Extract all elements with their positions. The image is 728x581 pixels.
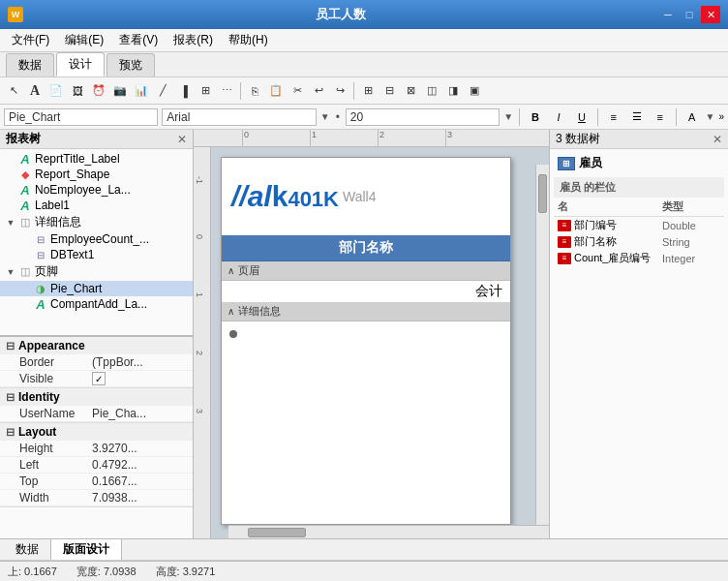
collapse-icon-appearance: ⊟	[6, 340, 15, 352]
props-visible-row: Visible ✓	[0, 371, 193, 387]
props-width-value[interactable]: 7.0938...	[92, 491, 187, 505]
tree-label-3: Label1	[35, 199, 70, 212]
field-icon-0: ≡	[558, 220, 571, 231]
copy-tool[interactable]: ⎘	[245, 81, 264, 101]
bottom-tab-data[interactable]: 数据	[4, 539, 51, 560]
props-border-value[interactable]: (TppBor...	[92, 355, 187, 369]
menu-file[interactable]: 文件(F)	[4, 30, 57, 50]
font-family-field[interactable]: Arial	[162, 108, 316, 126]
canvas-vscrollbar[interactable]	[535, 165, 549, 525]
report-tree-close[interactable]: ✕	[177, 133, 187, 146]
align-center-button[interactable]: ☰	[627, 108, 647, 126]
format-tool6[interactable]: ▣	[465, 81, 484, 101]
props-top-row: Top 0.1667...	[0, 474, 193, 490]
tree-item-3[interactable]: A Label1	[0, 198, 193, 213]
font-color-button[interactable]: A	[682, 108, 702, 126]
line-tool[interactable]: ╱	[153, 81, 172, 101]
underline-button[interactable]: U	[572, 108, 592, 126]
field-row-2[interactable]: ≡ Count_雇员编号 Integer	[554, 250, 724, 266]
props-width-row: Width 7.0938...	[0, 490, 193, 506]
footer-expand-icon[interactable]: ∧	[228, 265, 234, 276]
tab-data[interactable]: 数据	[6, 53, 54, 76]
menu-help[interactable]: 帮助(H)	[221, 30, 276, 50]
redo-tool[interactable]: ↪	[330, 81, 349, 101]
maximize-button[interactable]: □	[680, 6, 699, 23]
tree-item-5[interactable]: ⊟ EmployeeCount_...	[0, 231, 193, 247]
field-row-1[interactable]: ≡ 部门名称 String	[554, 233, 724, 250]
paste-tool[interactable]: 📋	[266, 81, 286, 101]
report-tree: A ReprtTitle_Label ◆ Report_Shape A NoEm…	[0, 149, 193, 335]
bottom-tab-layout[interactable]: 版面设计	[51, 539, 122, 560]
cut-tool[interactable]: ✂	[288, 81, 307, 101]
ruler-v-mark0: 0	[195, 234, 204, 239]
format-bar-extend[interactable]: »	[718, 111, 724, 122]
field-icon-2: ≡	[558, 253, 571, 264]
photo-tool[interactable]: 📷	[110, 81, 130, 101]
props-section-appearance-header[interactable]: ⊟ Appearance	[0, 337, 193, 354]
dept-value-text: 会计	[475, 283, 502, 298]
grid-tool[interactable]: ⊞	[196, 81, 215, 101]
format-tool2[interactable]: ⊟	[379, 81, 399, 101]
tree-item-2[interactable]: A NoEmployee_La...	[0, 182, 193, 198]
props-top-value[interactable]: 0.1667...	[92, 474, 187, 488]
collapse-icon-layout: ⊟	[6, 426, 15, 439]
menu-view[interactable]: 查看(V)	[111, 30, 166, 50]
field-row-0[interactable]: ≡ 部门编号 Double	[554, 217, 724, 233]
canvas-vscroll-thumb[interactable]	[538, 174, 547, 213]
component-name-field[interactable]: Pie_Chart	[4, 108, 158, 126]
tree-item-9[interactable]: A CompantAdd_La...	[0, 296, 193, 312]
tree-item-6[interactable]: ⊟ DBText1	[0, 247, 193, 262]
clock-tool[interactable]: ⏰	[89, 81, 108, 101]
data-tree-title: 3 数据树	[556, 131, 600, 147]
extra-tool[interactable]: ⋯	[217, 81, 236, 101]
table-icon: ⊞	[558, 157, 575, 170]
label-tool[interactable]: 📄	[46, 81, 66, 101]
sep2	[353, 82, 354, 100]
bold-button[interactable]: B	[526, 108, 545, 126]
italic-button[interactable]: I	[549, 108, 568, 126]
canvas-area[interactable]: //alk401K Wall4 部门名称 ∧ 页眉 会计	[211, 147, 549, 538]
tab-design[interactable]: 设计	[56, 52, 105, 76]
format-tool4[interactable]: ◫	[422, 81, 441, 101]
close-button[interactable]: ✕	[701, 6, 720, 23]
props-visible-checkbox[interactable]: ✓	[92, 372, 106, 385]
align-left-button[interactable]: ≡	[604, 108, 623, 126]
props-left-value[interactable]: 0.4792...	[92, 458, 187, 472]
menu-edit[interactable]: 编辑(E)	[57, 30, 111, 50]
props-height-value[interactable]: 3.9270...	[92, 442, 187, 455]
undo-tool[interactable]: ↩	[309, 81, 328, 101]
font-size-field[interactable]: 20	[346, 108, 500, 126]
shape-icon-1: ◆	[17, 168, 33, 181]
format-tool3[interactable]: ⊠	[401, 81, 420, 101]
props-username-value[interactable]: Pie_Cha...	[92, 407, 187, 420]
minimize-button[interactable]: ─	[658, 6, 678, 23]
image-tool[interactable]: 🖼	[68, 81, 87, 101]
tree-item-1[interactable]: ◆ Report_Shape	[0, 167, 193, 182]
collapse-icon-identity: ⊟	[6, 391, 15, 404]
tree-item-4[interactable]: ▼ ◫ 详细信息	[0, 213, 193, 231]
tree-item-7[interactable]: ▼ ◫ 页脚	[0, 262, 193, 281]
tree-item-0[interactable]: A ReprtTitle_Label	[0, 151, 193, 167]
align-right-button[interactable]: ≡	[651, 108, 670, 126]
format-tool1[interactable]: ⊞	[358, 81, 378, 101]
format-tool5[interactable]: ◨	[443, 81, 463, 101]
tree-item-8[interactable]: ◑ Pie_Chart	[0, 281, 193, 296]
bar-tool[interactable]: ▐	[174, 81, 194, 101]
canvas-hscrollbar[interactable]	[228, 525, 549, 538]
props-section-layout-header[interactable]: ⊟ Layout	[0, 423, 193, 441]
data-table-node[interactable]: ⊞ 雇员	[554, 153, 724, 173]
detail-expand-icon[interactable]: ∧	[228, 306, 234, 317]
field-name-2: Count_雇员编号	[574, 251, 662, 265]
menu-bar: 文件(F) 编辑(E) 查看(V) 报表(R) 帮助(H)	[0, 29, 728, 52]
field-type-1: String	[662, 236, 720, 248]
cursor-tool[interactable]: ↖	[4, 81, 23, 101]
text-tool[interactable]: A	[25, 81, 45, 101]
canvas-hscroll-thumb[interactable]	[248, 528, 306, 537]
data-tree-close[interactable]: ✕	[713, 133, 722, 146]
logo-section: //alk401K Wall4	[222, 158, 510, 235]
tree-label-6: DBText1	[50, 248, 94, 261]
props-section-identity-header[interactable]: ⊟ Identity	[0, 388, 193, 406]
tab-preview[interactable]: 预览	[106, 53, 155, 76]
menu-report[interactable]: 报表(R)	[166, 30, 221, 50]
chart-tool[interactable]: 📊	[132, 81, 151, 101]
